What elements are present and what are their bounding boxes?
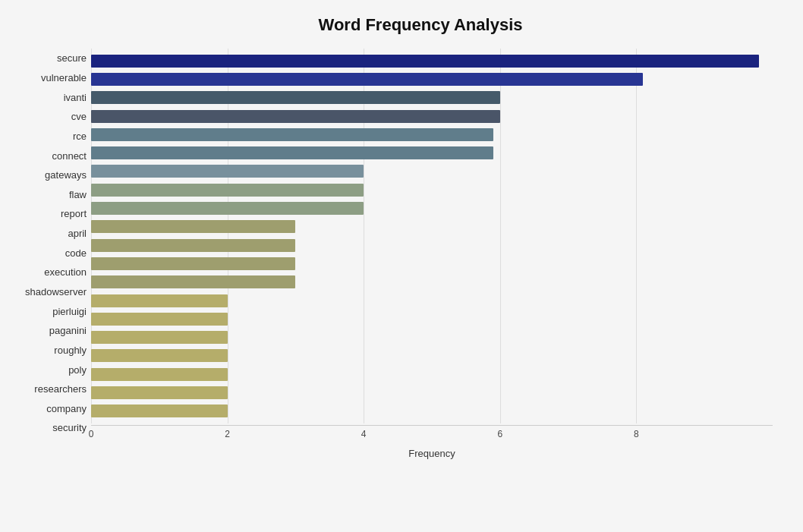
bar-row-pierluigi [91, 291, 773, 310]
chart-title: Word Frequency Analysis [8, 15, 773, 35]
y-label-roughly: roughly [8, 345, 87, 355]
bar-row-april [91, 218, 773, 236]
bar-row-flaw [91, 181, 773, 199]
bar-row-secure [91, 52, 773, 70]
y-label-company: company [8, 404, 87, 414]
y-label-vulnerable: vulnerable [8, 73, 87, 83]
bar-row-cve [91, 107, 773, 125]
y-label-execution: execution [8, 267, 87, 277]
bar-company [91, 386, 228, 399]
bar-code [91, 239, 295, 252]
bar-vulnerable [91, 73, 643, 86]
x-axis-label: Frequency [91, 448, 773, 459]
bar-flaw [91, 184, 364, 197]
bar-row-connect [91, 143, 773, 162]
bar-row-roughly [91, 328, 773, 346]
bar-researchers [91, 368, 228, 381]
y-label-ivanti: ivanti [8, 93, 87, 102]
x-tick-0: 0 [89, 429, 94, 439]
bar-row-rce [91, 125, 773, 143]
y-labels: securevulnerableivanticverceconnectgatew… [8, 49, 91, 459]
bar-connect [91, 146, 493, 159]
bar-row-shadowserver [91, 273, 773, 291]
bar-row-vulnerable [91, 70, 773, 88]
bar-row-researchers [91, 365, 773, 383]
x-axis: 02468 [91, 425, 773, 446]
y-label-shadowserver: shadowserver [8, 287, 87, 297]
bar-row-poly [91, 347, 773, 365]
y-label-pierluigi: pierluigi [8, 307, 87, 316]
x-tick-4: 4 [361, 429, 367, 439]
y-label-connect: connect [8, 151, 87, 161]
y-label-secure: secure [8, 53, 87, 63]
bar-ivanti [91, 91, 500, 104]
y-label-gateways: gateways [8, 170, 87, 180]
bars-and-x: 02468 Frequency [91, 49, 773, 459]
y-label-report: report [8, 209, 87, 219]
chart-container: Word Frequency Analysis securevulnerable… [0, 0, 803, 532]
bar-rce [91, 128, 493, 141]
y-label-poly: poly [8, 365, 87, 375]
bars-area [91, 49, 773, 423]
bar-april [91, 220, 295, 233]
bar-row-ivanti [91, 89, 773, 107]
bar-row-code [91, 236, 773, 254]
bar-secure [91, 55, 759, 68]
x-tick-2: 2 [225, 429, 230, 439]
bar-row-company [91, 383, 773, 401]
bar-roughly [91, 331, 228, 344]
bar-row-gateways [91, 162, 773, 181]
bar-shadowserver [91, 275, 295, 288]
bar-row-security [91, 402, 773, 420]
y-label-cve: cve [8, 112, 87, 121]
chart-area: securevulnerableivanticverceconnectgatew… [8, 49, 773, 459]
y-label-april: april [8, 228, 87, 238]
bar-gateways [91, 165, 364, 178]
bar-report [91, 202, 364, 215]
bar-security [91, 405, 228, 417]
bar-row-paganini [91, 310, 773, 328]
y-label-code: code [8, 248, 87, 258]
x-tick-8: 8 [634, 429, 639, 439]
y-label-security: security [8, 423, 87, 433]
bar-pierluigi [91, 294, 228, 307]
y-label-paganini: paganini [8, 326, 87, 335]
bar-poly [91, 349, 228, 362]
bar-row-report [91, 199, 773, 217]
bar-execution [91, 257, 295, 270]
bar-paganini [91, 313, 228, 326]
y-label-rce: rce [8, 131, 87, 141]
y-label-researchers: researchers [8, 384, 87, 394]
x-tick-6: 6 [497, 429, 502, 439]
y-label-flaw: flaw [8, 190, 87, 200]
bar-cve [91, 110, 500, 123]
bar-rows [91, 49, 773, 423]
bar-row-execution [91, 254, 773, 272]
